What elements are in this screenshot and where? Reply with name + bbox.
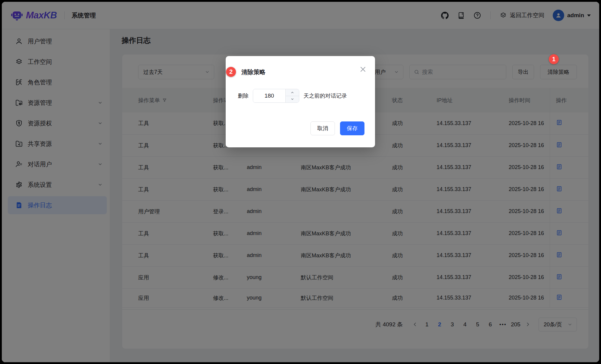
modal-title: 清除策略 [241,68,266,76]
cancel-button[interactable]: 取消 [310,121,335,135]
days-number-input [253,89,299,103]
modal-body: 删除 天之前的对话记录 [238,89,347,103]
annotation-badge-1: 1 [549,54,559,64]
screen-frame: MaxKB 系统管理 返回工作空间 admin [0,0,601,364]
app-window: MaxKB 系统管理 返回工作空间 admin [2,2,599,362]
days-suffix-label: 天之前的对话记录 [304,92,347,99]
chevron-down-icon [291,97,294,101]
increase-button[interactable] [286,89,299,96]
close-icon[interactable] [359,66,367,73]
decrease-button[interactable] [286,96,299,103]
save-button[interactable]: 保存 [340,121,364,135]
number-spinner [285,89,299,102]
delete-prefix-label: 删除 [238,92,249,99]
chevron-up-icon [291,91,294,94]
modal-footer: 取消 保存 [310,121,364,135]
days-value-field[interactable] [253,89,285,102]
clear-policy-modal: 2 清除策略 删除 天之前的对话记录 取消 保存 [226,56,375,147]
annotation-badge-2: 2 [226,67,236,77]
